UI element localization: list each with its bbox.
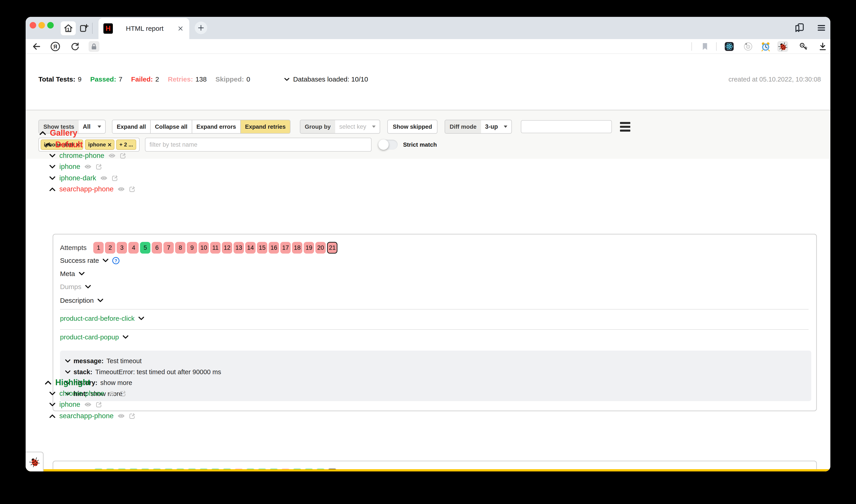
- tree-item-searchapp-phone[interactable]: searchapp-phone: [49, 410, 136, 421]
- back-button[interactable]: [31, 41, 42, 52]
- minimize-window-button[interactable]: [38, 22, 45, 29]
- attempt-9-button[interactable]: 9: [187, 242, 197, 254]
- state-product-card-before-click[interactable]: product-card-before-click: [60, 315, 144, 322]
- browser-chip-iphone[interactable]: iphone: [85, 140, 115, 150]
- browser-tab[interactable]: H HTML report: [99, 18, 189, 39]
- tree-item-searchapp-phone[interactable]: searchapp-phone: [49, 183, 136, 195]
- error-field-hint[interactable]: hint:show more: [65, 390, 811, 398]
- expand-all-button[interactable]: Expand all: [112, 120, 151, 133]
- view-eye-icon[interactable]: [84, 164, 92, 169]
- bookmark-flag-icon[interactable]: [700, 41, 710, 52]
- share-icon[interactable]: [95, 163, 103, 170]
- share-icon[interactable]: [129, 413, 136, 419]
- view-eye-icon[interactable]: [84, 402, 92, 407]
- fullscreen-window-button[interactable]: [47, 22, 54, 29]
- attempt-18-button[interactable]: 18: [292, 242, 302, 254]
- report-menu-button[interactable]: [620, 122, 630, 132]
- tree-section-gallery[interactable]: Gallery: [39, 127, 77, 139]
- toolbar-search-input[interactable]: [521, 120, 612, 133]
- attempt-14-button[interactable]: 14: [245, 242, 256, 254]
- attempt-16-button[interactable]: 16: [268, 242, 279, 254]
- extension-react-icon[interactable]: [724, 41, 735, 52]
- attempt-5-button[interactable]: 5: [140, 242, 151, 254]
- meta-toggle[interactable]: Meta: [60, 270, 85, 277]
- success-rate-toggle[interactable]: Success rate ?: [60, 257, 120, 264]
- bug-overlay-button[interactable]: [25, 452, 43, 471]
- attempt-7-button[interactable]: 7: [163, 242, 174, 254]
- new-tab-button[interactable]: [195, 21, 207, 34]
- attempt-13-button[interactable]: 13: [233, 242, 244, 254]
- view-eye-icon[interactable]: [117, 187, 125, 192]
- chevron-down-icon: [49, 392, 55, 396]
- extension-alarm-icon[interactable]: [760, 41, 771, 52]
- test-name-filter-input[interactable]: [145, 138, 371, 151]
- extension-bug-icon[interactable]: [777, 41, 788, 52]
- group-by-select[interactable]: select key: [335, 120, 380, 133]
- share-icon[interactable]: [120, 152, 126, 159]
- test-detail-panel-failed: Attempts 1234567891011121314151617181920…: [53, 234, 817, 411]
- chevron-down-icon: [138, 317, 144, 320]
- chevron-down-icon: [123, 335, 128, 339]
- expand-errors-button[interactable]: Expand errors: [192, 120, 241, 133]
- site-lock-button[interactable]: [89, 41, 99, 52]
- tree-item-chrome-phone[interactable]: chrome-phone: [49, 150, 126, 161]
- attempt-3-button[interactable]: 3: [117, 242, 127, 254]
- tree-item-chrome-phone[interactable]: chrome-phone: [49, 388, 126, 399]
- attempt-8-button[interactable]: 8: [175, 242, 186, 254]
- attempt-19-button[interactable]: 19: [304, 242, 314, 254]
- error-field-stack[interactable]: stack:TimeoutError: test timed out after…: [65, 368, 811, 376]
- view-eye-icon[interactable]: [117, 413, 125, 418]
- bookmarks-panel-icon[interactable]: [794, 23, 805, 33]
- view-eye-icon[interactable]: [100, 176, 108, 181]
- attempt-4-button[interactable]: 4: [128, 242, 139, 254]
- view-eye-icon[interactable]: [108, 391, 116, 396]
- collapse-all-button[interactable]: Collapse all: [151, 120, 192, 133]
- chevron-up-icon: [49, 187, 55, 191]
- browser-menu-icon[interactable]: [817, 23, 826, 33]
- share-icon[interactable]: [120, 390, 126, 397]
- attempt-6-button[interactable]: 6: [152, 242, 162, 254]
- close-window-button[interactable]: [30, 22, 36, 29]
- share-icon[interactable]: [95, 401, 103, 408]
- reload-button[interactable]: [70, 41, 81, 52]
- dumps-toggle[interactable]: Dumps: [60, 283, 91, 291]
- attempt-1-button[interactable]: 1: [93, 242, 104, 254]
- tree-item-iphone[interactable]: iphone: [49, 161, 103, 172]
- error-field-message[interactable]: message:Test timeout: [65, 357, 811, 365]
- share-icon[interactable]: [111, 175, 119, 182]
- downloads-icon[interactable]: [817, 41, 828, 52]
- more-chips-badge[interactable]: + 2 ...: [116, 140, 136, 150]
- yandex-icon[interactable]: Я: [50, 41, 61, 52]
- attempt-2-button[interactable]: 2: [105, 242, 115, 254]
- diff-mode-select[interactable]: 3-up: [481, 120, 511, 133]
- attempt-21-button[interactable]: 21: [327, 242, 337, 254]
- expand-retries-button[interactable]: Expand retries: [241, 120, 290, 133]
- home-tab-button[interactable]: 1: [61, 21, 76, 35]
- attempt-15-button[interactable]: 15: [257, 242, 267, 254]
- strict-match-toggle[interactable]: [378, 140, 398, 149]
- databases-loaded-toggle[interactable]: Databases loaded: 10/10: [284, 75, 368, 83]
- show-skipped-button[interactable]: Show skipped: [387, 120, 437, 133]
- close-tab-icon[interactable]: [178, 25, 184, 32]
- state-product-card-popup[interactable]: product-card-popup: [60, 333, 128, 341]
- tree-section-default[interactable]: Default: [45, 139, 83, 150]
- extension-orbit-icon[interactable]: [743, 41, 753, 52]
- passwords-key-icon[interactable]: [798, 41, 809, 52]
- description-toggle[interactable]: Description: [60, 297, 103, 304]
- share-icon[interactable]: [129, 186, 136, 193]
- chevron-up-icon: [45, 143, 51, 147]
- show-tests-select[interactable]: All: [79, 120, 105, 133]
- new-window-icon[interactable]: [79, 23, 89, 34]
- attempt-20-button[interactable]: 20: [315, 242, 326, 254]
- tree-section-highlight[interactable]: Highlight: [45, 377, 90, 388]
- attempt-10-button[interactable]: 10: [198, 242, 209, 254]
- attempt-12-button[interactable]: 12: [222, 242, 232, 254]
- tree-item-iphone[interactable]: iphone: [49, 399, 103, 410]
- tree-item-iphone-dark[interactable]: iphone-dark: [49, 173, 119, 184]
- attempt-11-button[interactable]: 11: [210, 242, 221, 254]
- remove-chip-icon[interactable]: [108, 143, 111, 146]
- help-icon[interactable]: ?: [112, 257, 120, 264]
- attempt-17-button[interactable]: 17: [280, 242, 291, 254]
- error-field-history[interactable]: history:show more: [65, 379, 811, 386]
- view-eye-icon[interactable]: [108, 153, 116, 158]
